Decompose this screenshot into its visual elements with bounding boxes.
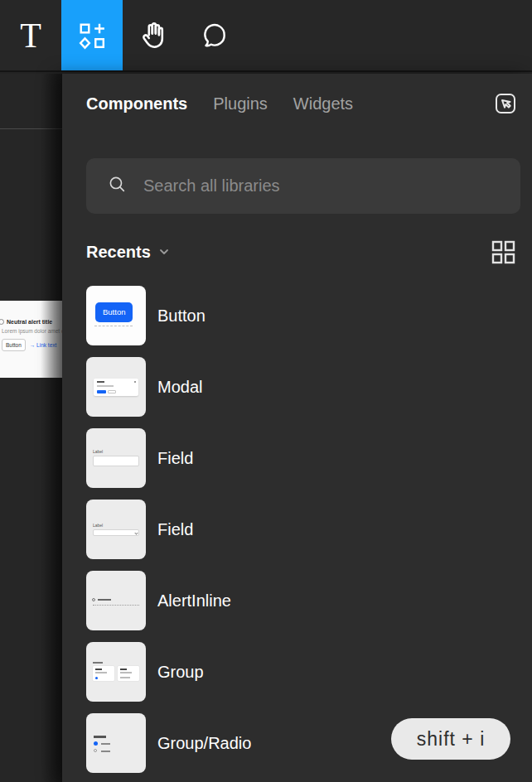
component-item-modal[interactable]: Modal bbox=[86, 357, 520, 417]
component-thumbnail: Button bbox=[86, 286, 146, 345]
component-label: Group bbox=[157, 663, 204, 682]
recents-label: Recents bbox=[86, 243, 151, 262]
component-label: Field bbox=[157, 449, 193, 468]
info-icon bbox=[0, 319, 4, 325]
component-item-field-select[interactable]: Label Field bbox=[86, 500, 520, 559]
thumbnail-shape bbox=[97, 390, 106, 393]
tab-widgets[interactable]: Widgets bbox=[293, 94, 353, 113]
components-icon bbox=[78, 22, 106, 50]
thumbnail-shape bbox=[92, 598, 95, 601]
recents-dropdown[interactable]: Recents bbox=[86, 243, 170, 262]
shortcut-hint-pill: shift + i bbox=[391, 718, 510, 760]
thumbnail-radio-selected bbox=[94, 741, 98, 746]
component-label: Group/Radio bbox=[157, 734, 251, 753]
thumbnail-shape bbox=[95, 669, 102, 670]
component-thumbnail bbox=[86, 571, 146, 630]
component-label: Modal bbox=[157, 378, 202, 397]
components-panel: Components Plugins Widgets Recents bbox=[62, 74, 532, 782]
thumbnail-shape bbox=[93, 456, 139, 466]
thumbnail-radio-unselected bbox=[94, 749, 97, 752]
comment-icon bbox=[201, 22, 229, 50]
insert-to-canvas-button[interactable] bbox=[492, 90, 519, 117]
thumbnail-field-label: Label bbox=[93, 524, 103, 528]
thumbnail-shape bbox=[101, 743, 110, 745]
tab-plugins[interactable]: Plugins bbox=[213, 94, 268, 113]
thumbnail-shape bbox=[93, 605, 139, 606]
component-thumbnail bbox=[86, 357, 146, 417]
thumbnail-button-chip: Button bbox=[95, 302, 133, 322]
comment-tool-button[interactable] bbox=[184, 0, 245, 70]
thumbnail-shape bbox=[120, 669, 127, 670]
thumbnail-shape bbox=[97, 381, 104, 383]
grid-icon bbox=[491, 239, 516, 265]
component-thumbnail: Label bbox=[86, 428, 146, 488]
hand-icon bbox=[138, 21, 168, 51]
toolbar: T bbox=[0, 0, 532, 72]
alert-card-body: Lorem ipsum dolor amet consec bbox=[2, 328, 60, 334]
alert-card-header: Neutral alert title bbox=[2, 319, 60, 325]
component-label: Field bbox=[157, 520, 193, 539]
search-field[interactable] bbox=[86, 158, 520, 214]
components-tool-button[interactable] bbox=[61, 0, 123, 70]
component-thumbnail: Label bbox=[86, 500, 146, 559]
text-tool-button[interactable]: T bbox=[0, 0, 61, 70]
thumbnail-shape bbox=[101, 751, 110, 752]
canvas-divider bbox=[0, 128, 62, 129]
search-input[interactable] bbox=[143, 176, 504, 196]
thumbnail-shape bbox=[94, 736, 106, 738]
recents-header: Recents bbox=[86, 239, 520, 264]
grid-view-button[interactable] bbox=[491, 239, 516, 265]
component-item-button[interactable]: Button Button bbox=[86, 286, 520, 345]
hand-tool-button[interactable] bbox=[123, 0, 184, 70]
thumbnail-shape bbox=[95, 677, 98, 679]
thumbnail-shape bbox=[95, 672, 107, 673]
component-item-field[interactable]: Label Field bbox=[86, 428, 520, 488]
thumbnail-field-label: Label bbox=[93, 450, 103, 454]
component-label: AlertInline bbox=[157, 591, 231, 611]
shortcut-hint-text: shift + i bbox=[417, 728, 486, 751]
component-label: Button bbox=[157, 307, 206, 326]
thumbnail-shape bbox=[120, 677, 130, 678]
search-icon bbox=[107, 174, 128, 198]
alert-card-button: Button bbox=[2, 339, 26, 351]
component-thumbnail bbox=[86, 713, 146, 773]
component-list: Button Button Modal Label Field bbox=[86, 286, 520, 773]
panel-tabs: Components Plugins Widgets bbox=[86, 90, 520, 117]
component-item-alertinline[interactable]: AlertInline bbox=[86, 571, 520, 630]
text-tool-icon: T bbox=[20, 18, 41, 53]
tab-components[interactable]: Components bbox=[86, 94, 187, 113]
thumbnail-shape bbox=[93, 529, 139, 536]
canvas-area[interactable]: Neutral alert title Lorem ipsum dolor am… bbox=[0, 74, 62, 782]
alert-card-actions: Button → Link text bbox=[2, 339, 60, 351]
thumbnail-shape bbox=[108, 390, 116, 393]
thumbnail-shape bbox=[93, 662, 103, 664]
thumbnail-shape bbox=[94, 326, 133, 326]
alert-card-link: → Link text bbox=[30, 342, 57, 348]
canvas-alert-card[interactable]: Neutral alert title Lorem ipsum dolor am… bbox=[0, 301, 62, 378]
thumbnail-shape bbox=[134, 381, 136, 383]
thumbnail-shape bbox=[97, 385, 114, 387]
component-thumbnail bbox=[86, 642, 146, 702]
component-item-group[interactable]: Group bbox=[86, 642, 520, 702]
alert-card-title: Neutral alert title bbox=[7, 319, 52, 325]
thumbnail-shape bbox=[120, 672, 132, 673]
cursor-box-icon bbox=[492, 90, 519, 117]
chevron-down-icon bbox=[158, 246, 170, 258]
thumbnail-shape bbox=[98, 599, 111, 601]
